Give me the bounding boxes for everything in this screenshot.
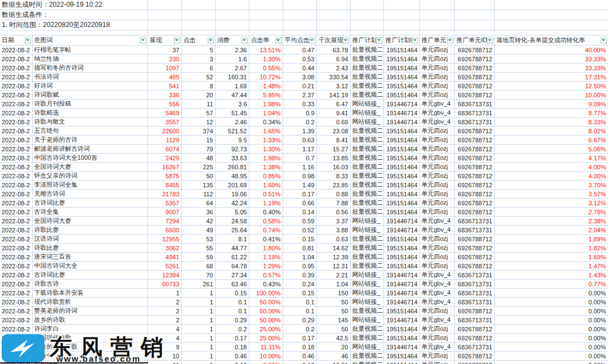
cell[interactable]: 1.16 (283, 163, 316, 172)
cell[interactable]: 3.37 (316, 217, 350, 226)
cell[interactable]: 36 (181, 208, 215, 217)
cell[interactable]: 单元四ozj (419, 235, 454, 244)
cell[interactable]: 336 (147, 91, 181, 100)
cell[interactable]: 6926788712 (454, 154, 494, 163)
cell[interactable]: 61.22 (215, 253, 249, 262)
cell[interactable]: 1.43% (494, 271, 608, 280)
cell[interactable]: 1.65% (249, 127, 283, 136)
cell[interactable]: 6836713731 (454, 109, 494, 118)
cell[interactable]: 6836713731 (454, 217, 494, 226)
cell[interactable]: 0.17 (215, 334, 249, 343)
cell[interactable]: 6926788712 (454, 46, 494, 55)
cell[interactable]: 诗歌比赛 (32, 226, 147, 235)
cell[interactable]: 网站链接_ (350, 100, 383, 109)
cell[interactable]: 0.00% (494, 325, 608, 334)
cell[interactable]: 11.11% (249, 343, 283, 352)
cell[interactable]: 3.12% (494, 199, 608, 208)
cell[interactable]: 单元四ozj (419, 325, 454, 334)
cell[interactable]: 2.21 (316, 271, 350, 280)
cell[interactable]: 单元四ozj (419, 244, 454, 253)
cell[interactable]: 195151464 (383, 334, 419, 343)
cell[interactable]: 批量视频二 (350, 307, 383, 316)
cell[interactable]: 5.06% (494, 145, 608, 154)
cell[interactable]: 0.29 (215, 316, 249, 325)
cell[interactable]: 230 (147, 55, 181, 64)
column-header[interactable]: 展现 (147, 35, 181, 46)
cell[interactable] (316, 10, 350, 20)
cell[interactable]: 2.43 (316, 64, 350, 73)
cell[interactable]: 42 (181, 217, 215, 226)
cell[interactable] (383, 20, 419, 30)
cell[interactable]: 50 (316, 298, 350, 307)
cell[interactable]: 批量视频二 (350, 325, 383, 334)
cell[interactable]: 201.69 (215, 181, 249, 190)
cell[interactable]: 单元四ozj (419, 46, 454, 55)
cell[interactable]: 1 (181, 298, 215, 307)
cell[interactable]: 2022-08-2 (0, 280, 32, 289)
cell[interactable]: 191446714 (383, 343, 419, 352)
cell[interactable]: 191446714 (383, 316, 419, 325)
cell[interactable]: 6926788712 (454, 82, 494, 91)
cell[interactable]: 单元gbv_4 (419, 226, 454, 235)
cell[interactable]: 1 (181, 343, 215, 352)
cell[interactable]: 6926788712 (454, 253, 494, 262)
cell[interactable]: 1 (181, 334, 215, 343)
cell[interactable] (316, 20, 350, 30)
cell[interactable]: 描写初冬的古诗词 (32, 64, 147, 73)
cell[interactable]: 0.34% (249, 118, 283, 127)
cell[interactable]: 6926788712 (454, 235, 494, 244)
filter-dropdown-icon[interactable] (25, 37, 31, 43)
cell[interactable]: 25.64 (215, 226, 249, 235)
cell[interactable] (181, 10, 215, 20)
cell[interactable]: 单元四ozj (419, 307, 454, 316)
cell[interactable]: 485 (147, 73, 181, 82)
cell[interactable]: 195151464 (383, 199, 419, 208)
cell[interactable]: 541 (147, 82, 181, 91)
cell[interactable]: 0.53 (283, 55, 316, 64)
cell[interactable]: 0.66 (283, 199, 316, 208)
cell[interactable]: 单元四ozj (419, 163, 454, 172)
column-header[interactable]: 推广单元ID (454, 35, 494, 46)
cell[interactable]: 6926788712 (454, 208, 494, 217)
column-header[interactable]: 平均点击 (283, 35, 316, 46)
cell[interactable]: 诗歌精选 (32, 109, 147, 118)
cell[interactable]: 6926788712 (454, 145, 494, 154)
cell[interactable]: 3.88 (316, 226, 350, 235)
cell[interactable] (454, 20, 494, 30)
cell[interactable]: 2022-08-2 (0, 181, 32, 190)
cell[interactable]: 6926788712 (454, 361, 494, 364)
cell[interactable]: 1.80% (249, 244, 283, 253)
cell[interactable]: 50.00% (249, 307, 283, 316)
cell[interactable]: 0.12 (283, 361, 316, 364)
cell[interactable] (350, 10, 383, 20)
cell[interactable]: 2022-08-2 (0, 190, 32, 199)
cell[interactable]: 0.1 (283, 307, 316, 316)
cell[interactable]: 2022-08-2 (0, 109, 32, 118)
cell[interactable]: 2.67 (215, 64, 249, 73)
cell[interactable] (454, 10, 494, 20)
cell[interactable]: 2022-08-2 (0, 316, 32, 325)
cell[interactable]: 2022-08-2 (0, 352, 32, 361)
cell[interactable] (249, 20, 283, 30)
cell[interactable]: 50 (316, 325, 350, 334)
cell[interactable]: 1.30% (249, 55, 283, 64)
filter-dropdown-icon[interactable] (487, 37, 493, 43)
cell[interactable]: 12.39 (316, 253, 350, 262)
cell[interactable]: 5.95% (249, 91, 283, 100)
cell[interactable]: 单元gbv_4 (419, 316, 454, 325)
cell[interactable]: 63.78 (316, 46, 350, 55)
cell[interactable]: 2022-08-2 (0, 199, 32, 208)
cell[interactable]: 57 (181, 109, 215, 118)
cell[interactable]: 0.00% (494, 316, 608, 325)
cell[interactable] (494, 20, 608, 30)
cell[interactable]: 2022-08-2 (0, 145, 32, 154)
cell[interactable]: 24.58 (215, 217, 249, 226)
cell[interactable]: 故乡的诗歌 (32, 316, 147, 325)
cell[interactable]: 191446714 (383, 289, 419, 298)
cell[interactable]: 单元四ozj (419, 55, 454, 64)
cell[interactable]: 1.29% (249, 262, 283, 271)
cell[interactable]: 网站链接_ (350, 280, 383, 289)
cell[interactable]: 48.95 (215, 172, 249, 181)
cell[interactable]: 批量视频二 (350, 334, 383, 343)
cell[interactable]: 33.63 (215, 154, 249, 163)
